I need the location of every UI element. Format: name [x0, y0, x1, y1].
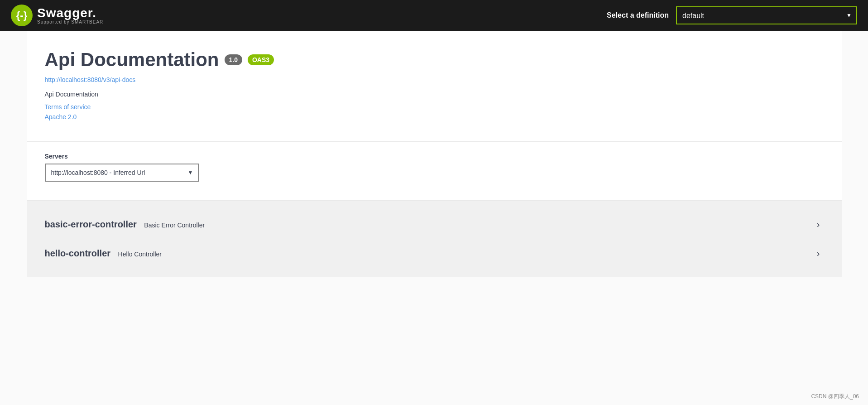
api-url-link[interactable]: http://localhost:8080/v3/api-docs	[45, 76, 824, 83]
api-title: Api Documentation	[45, 49, 219, 71]
chevron-right-icon-basic-error: ›	[817, 219, 820, 230]
servers-label: Servers	[45, 153, 824, 160]
swagger-text: Swagger. Supported by SMARTBEAR	[37, 7, 103, 24]
controller-item-left: basic-error-controller Basic Error Contr…	[45, 219, 205, 230]
swagger-icon: {-}	[11, 5, 33, 26]
header-logo: {-} Swagger. Supported by SMARTBEAR	[11, 5, 103, 26]
servers-section: Servers http://localhost:8080 - Inferred…	[27, 142, 842, 201]
controller-item-left-hello: hello-controller Hello Controller	[45, 248, 162, 259]
chevron-right-icon-hello: ›	[817, 248, 820, 259]
controller-desc-hello: Hello Controller	[118, 251, 162, 258]
oas-badge: OAS3	[248, 54, 274, 65]
license-link[interactable]: Apache 2.0	[45, 113, 824, 121]
definition-select-wrapper: default	[676, 6, 857, 24]
swagger-name: Swagger.	[37, 7, 103, 19]
server-select[interactable]: http://localhost:8080 - Inferred Url	[45, 164, 199, 182]
swagger-icon-text: {-}	[16, 10, 27, 21]
select-definition-label: Select a definition	[607, 11, 669, 19]
controller-desc-basic-error: Basic Error Controller	[144, 222, 205, 229]
controller-item-hello[interactable]: hello-controller Hello Controller ›	[45, 239, 824, 268]
server-select-wrapper: http://localhost:8080 - Inferred Url	[45, 164, 199, 182]
controller-item-basic-error[interactable]: basic-error-controller Basic Error Contr…	[45, 210, 824, 239]
api-description: Api Documentation	[45, 91, 824, 98]
main-content: Api Documentation 1.0 OAS3 http://localh…	[27, 31, 842, 277]
controller-name-basic-error: basic-error-controller	[45, 219, 137, 229]
controllers-section: basic-error-controller Basic Error Contr…	[27, 201, 842, 277]
version-badge: 1.0	[225, 54, 242, 65]
api-title-row: Api Documentation 1.0 OAS3	[45, 49, 824, 71]
definition-select[interactable]: default	[676, 6, 857, 24]
watermark: CSDN @四季人_06	[811, 393, 859, 400]
terms-of-service-link[interactable]: Terms of service	[45, 103, 824, 111]
header: {-} Swagger. Supported by SMARTBEAR Sele…	[0, 0, 868, 31]
controller-name-hello: hello-controller	[45, 248, 111, 258]
header-right: Select a definition default	[607, 6, 857, 24]
swagger-sub: Supported by SMARTBEAR	[37, 19, 103, 24]
info-section: Api Documentation 1.0 OAS3 http://localh…	[27, 31, 842, 142]
